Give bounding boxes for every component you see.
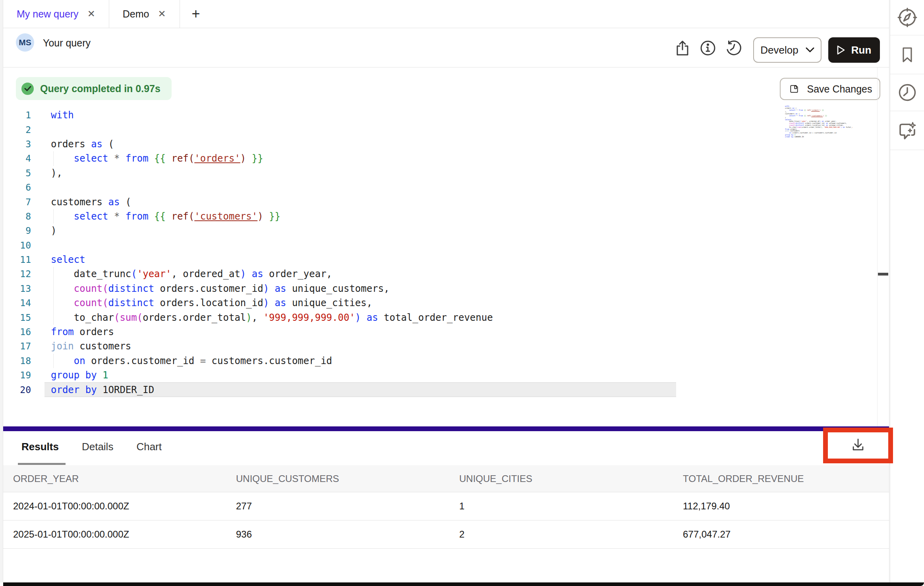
results-tab-results[interactable]: Results: [21, 441, 59, 463]
history-button[interactable]: [724, 39, 743, 58]
code-line: 18 on orders.customer_id = customers.cus…: [3, 354, 877, 368]
query-tab[interactable]: Demo✕: [109, 0, 180, 28]
play-icon: [837, 45, 845, 55]
code-line: 8 select * from {{ ref('customers') }}: [3, 209, 877, 224]
develop-dropdown[interactable]: Develop: [753, 37, 822, 63]
line-number: 18: [3, 356, 31, 366]
code-line: 6: [3, 180, 877, 195]
column-header: UNIQUE_CITIES: [459, 473, 683, 484]
left-edge-strip: [0, 0, 3, 582]
line-number: 12: [3, 269, 31, 279]
table-cell: 1: [459, 501, 683, 512]
develop-label: Develop: [760, 44, 798, 56]
save-icon: [788, 83, 800, 95]
code-lines[interactable]: 1with23orders as (4 select * from {{ ref…: [3, 108, 877, 397]
line-number: 2: [3, 125, 31, 135]
code-line: 20order by 1ORDER_ID: [3, 382, 877, 397]
query-tab[interactable]: My new query✕: [3, 0, 109, 28]
tab-list: My new query✕Demo✕: [3, 0, 180, 28]
query-header: MS Your query Develop: [3, 28, 889, 67]
save-changes-label: Save Changes: [807, 83, 872, 95]
line-number: 7: [3, 197, 31, 207]
ai-chat-icon: [897, 120, 918, 141]
table-body: 2024-01-01T00:00:00.000Z2771112,179.4020…: [3, 492, 889, 549]
run-label: Run: [851, 44, 872, 56]
line-number: 20: [3, 385, 31, 395]
code-line: 3orders as (: [3, 137, 877, 151]
download-results-button[interactable]: [828, 432, 888, 458]
code-editor[interactable]: Query completed in 0.97s Save Changes 1w…: [3, 67, 889, 426]
table-cell: 936: [236, 529, 459, 540]
main-panel-right-border: [889, 0, 889, 582]
code-line: 4 select * from {{ ref('orders') }}: [3, 151, 877, 166]
code-line: 11select: [3, 253, 877, 267]
panel-resize-divider[interactable]: [3, 426, 889, 431]
bookmark-icon: [898, 44, 917, 65]
code-line: 1with: [3, 108, 877, 122]
results-tab-chart[interactable]: Chart: [136, 441, 162, 463]
line-number: 6: [3, 182, 31, 193]
active-tab-underline: [18, 463, 66, 465]
table-row: 2025-01-01T00:00:00.000Z9362677,047.27: [3, 520, 889, 549]
code-line: 13 count(distinct orders.customer_id) as…: [3, 281, 877, 296]
line-number: 4: [3, 153, 31, 164]
table-cell: 2024-01-01T00:00:00.000Z: [13, 501, 236, 512]
code-line: 15 to_char(sum(orders.order_total), '999…: [3, 310, 877, 324]
tab-close-icon[interactable]: ✕: [158, 8, 166, 19]
line-number: 5: [3, 168, 31, 178]
line-number: 3: [3, 139, 31, 149]
table-cell: 2025-01-01T00:00:00.000Z: [13, 529, 236, 540]
code-line: 14 count(distinct orders.location_id) as…: [3, 296, 877, 310]
ai-assistant-button[interactable]: [890, 111, 924, 150]
table-cell: 277: [236, 501, 459, 512]
editor-scrollbar-track: [877, 67, 878, 426]
success-check-icon: [21, 83, 34, 95]
code-line: 10: [3, 238, 877, 253]
avatar: MS: [16, 33, 34, 52]
save-changes-button[interactable]: Save Changes: [780, 78, 880, 100]
line-number: 16: [3, 327, 31, 337]
results-tab-list: ResultsDetailsChart: [21, 441, 162, 463]
line-number: 11: [3, 254, 31, 265]
line-number: 17: [3, 341, 31, 351]
tab-label: Demo: [123, 8, 149, 20]
code-line: 9): [3, 224, 877, 238]
editor-scrollbar-thumb[interactable]: [878, 273, 888, 276]
query-tab-bar: My new query✕Demo✕ +: [3, 0, 889, 28]
line-number: 19: [3, 370, 31, 380]
results-panel: ResultsDetailsChart ORDER_YEARUNIQUE_CUS…: [3, 431, 889, 582]
info-icon: [698, 39, 717, 58]
table-cell: 2: [459, 529, 683, 540]
editor-minimap[interactable]: withorders as ( select * from {{ ref('or…: [785, 106, 852, 145]
results-table: ORDER_YEARUNIQUE_CUSTOMERSUNIQUE_CITIEST…: [3, 465, 889, 549]
line-number: 9: [3, 226, 31, 236]
history-panel-button[interactable]: [890, 74, 924, 111]
code-line: 7customers as (: [3, 195, 877, 209]
page-title: Your query: [43, 37, 91, 49]
line-number: 15: [3, 312, 31, 323]
code-line: 17join customers: [3, 339, 877, 353]
code-line: 2: [3, 122, 877, 137]
line-number: 10: [3, 240, 31, 251]
window-bottom-edge: [3, 582, 924, 586]
line-number: 13: [3, 283, 31, 294]
bookmarks-button[interactable]: [890, 35, 924, 74]
status-text: Query completed in 0.97s: [40, 83, 160, 94]
run-button[interactable]: Run: [828, 37, 880, 63]
code-line: 16from orders: [3, 325, 877, 339]
column-header: UNIQUE_CUSTOMERS: [236, 473, 459, 484]
results-tab-details[interactable]: Details: [82, 441, 113, 463]
download-icon: [849, 436, 867, 454]
line-number: 8: [3, 211, 31, 222]
line-number: 1: [3, 110, 31, 120]
tab-close-icon[interactable]: ✕: [87, 8, 95, 19]
query-status-badge: Query completed in 0.97s: [16, 77, 172, 100]
info-button[interactable]: [698, 39, 717, 58]
code-line: 19group by 1: [3, 368, 877, 382]
share-button[interactable]: [673, 39, 692, 58]
share-icon: [673, 39, 692, 58]
discover-button[interactable]: [890, 0, 924, 35]
table-header-row: ORDER_YEARUNIQUE_CUSTOMERSUNIQUE_CITIEST…: [3, 465, 889, 492]
tab-label: My new query: [17, 8, 79, 20]
new-tab-button[interactable]: +: [180, 0, 212, 28]
